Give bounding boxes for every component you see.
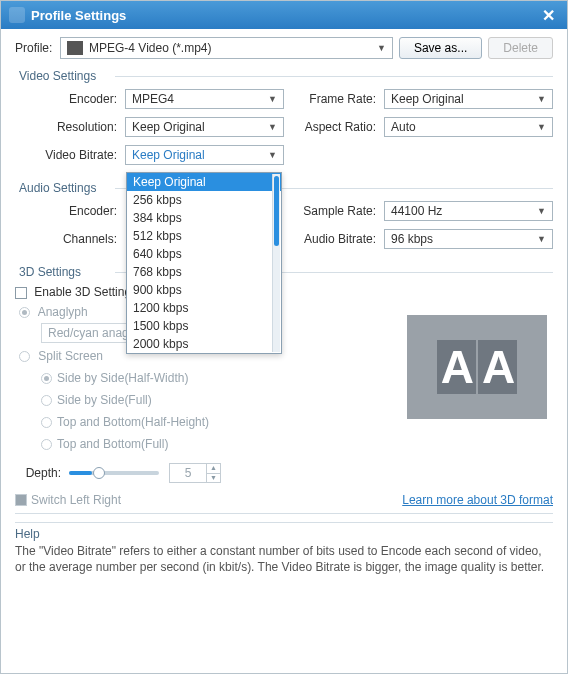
bitrate-option[interactable]: 384 kbps [127,209,281,227]
audio-bitrate-label: Audio Bitrate: [284,232,384,246]
sample-rate-label: Sample Rate: [284,204,384,218]
depth-label: Depth: [15,466,69,480]
chevron-down-icon: ▼ [537,234,546,244]
chevron-down-icon: ▼ [537,206,546,216]
chevron-down-icon: ▼ [537,94,546,104]
learn-3d-link[interactable]: Learn more about 3D format [402,493,553,507]
bitrate-option[interactable]: 900 kbps [127,281,281,299]
video-encoder-combo[interactable]: MPEG4▼ [125,89,284,109]
bitrate-option[interactable]: 768 kbps [127,263,281,281]
dropdown-scrollbar[interactable] [272,174,280,352]
channels-label: Channels: [15,232,125,246]
bitrate-option[interactable]: 2000 kbps [127,335,281,353]
tb-full-radio [41,439,52,450]
profile-label: Profile: [15,41,60,55]
3d-preview: AA [407,315,547,419]
scrollbar-thumb[interactable] [274,176,279,246]
audio-bitrate-combo[interactable]: 96 kbps▼ [384,229,553,249]
resolution-combo[interactable]: Keep Original▼ [125,117,284,137]
slider-thumb[interactable] [93,467,105,479]
aspect-label: Aspect Ratio: [284,120,384,134]
sbs-half-radio [41,373,52,384]
help-text: The "Video Bitrate" refers to either a c… [15,543,553,575]
bitrate-option[interactable]: 512 kbps [127,227,281,245]
window-title: Profile Settings [31,8,538,23]
resolution-label: Resolution: [15,120,125,134]
switch-lr-checkbox [15,494,27,506]
video-bitrate-combo[interactable]: Keep Original▼ [125,145,284,165]
close-icon[interactable]: ✕ [538,6,559,25]
chevron-down-icon: ▼ [268,94,277,104]
video-bitrate-dropdown[interactable]: Keep Original256 kbps384 kbps512 kbps640… [126,172,282,354]
audio-settings-group: Audio Settings [15,181,553,195]
profile-combo[interactable]: MPEG-4 Video (*.mp4) ▼ [60,37,393,59]
bitrate-option[interactable]: 1500 kbps [127,317,281,335]
delete-button: Delete [488,37,553,59]
tb-half-radio [41,417,52,428]
video-settings-group: Video Settings [15,69,553,83]
bitrate-option[interactable]: 640 kbps [127,245,281,263]
framerate-label: Frame Rate: [284,92,384,106]
encoder-label: Encoder: [15,92,125,106]
3d-settings-group: 3D Settings [15,265,553,279]
chevron-down-icon: ▼ [537,122,546,132]
bitrate-option[interactable]: Keep Original [127,173,281,191]
profile-value: MPEG-4 Video (*.mp4) [89,41,377,55]
split-screen-radio [19,351,30,362]
enable-3d-checkbox[interactable] [15,287,27,299]
anaglyph-label: Anaglyph [38,305,88,319]
spin-up: ▲ [206,464,220,473]
bitrate-option[interactable]: 1200 kbps [127,299,281,317]
chevron-down-icon: ▼ [268,150,277,160]
help-group: Help [15,527,553,541]
audio-encoder-label: Encoder: [15,204,125,218]
chevron-down-icon: ▼ [268,122,277,132]
split-screen-label: Split Screen [38,349,103,363]
depth-slider[interactable] [69,471,159,475]
spin-down: ▼ [206,473,220,482]
save-as-button[interactable]: Save as... [399,37,482,59]
sample-rate-combo[interactable]: 44100 Hz▼ [384,201,553,221]
mpeg-icon [67,41,83,55]
depth-spinner: 5 ▲▼ [169,463,221,483]
aspect-combo[interactable]: Auto▼ [384,117,553,137]
video-bitrate-label: Video Bitrate: [15,148,125,162]
chevron-down-icon: ▼ [377,43,386,53]
app-icon [9,7,25,23]
anaglyph-radio [19,307,30,318]
bitrate-option[interactable]: 256 kbps [127,191,281,209]
framerate-combo[interactable]: Keep Original▼ [384,89,553,109]
sbs-full-radio [41,395,52,406]
switch-lr-label: Switch Left Right [31,493,402,507]
enable-3d-label: Enable 3D Settings [34,285,137,299]
